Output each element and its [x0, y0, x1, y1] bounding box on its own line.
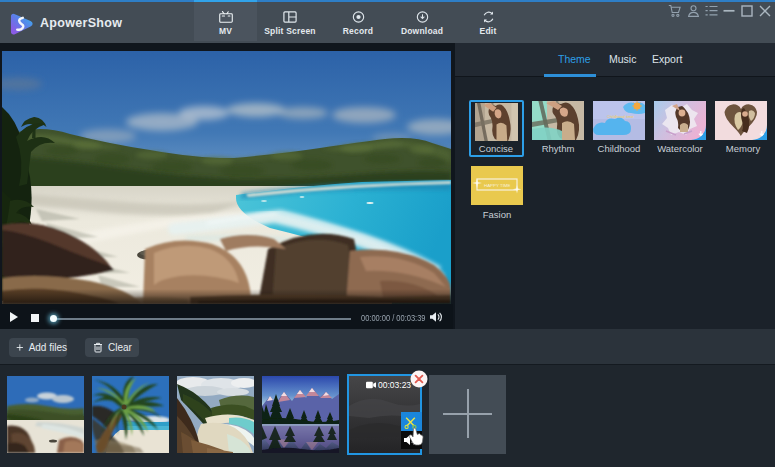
svg-text:HAPPY TIME: HAPPY TIME [484, 183, 511, 188]
svg-text:Childhood time: Childhood time [607, 114, 634, 119]
